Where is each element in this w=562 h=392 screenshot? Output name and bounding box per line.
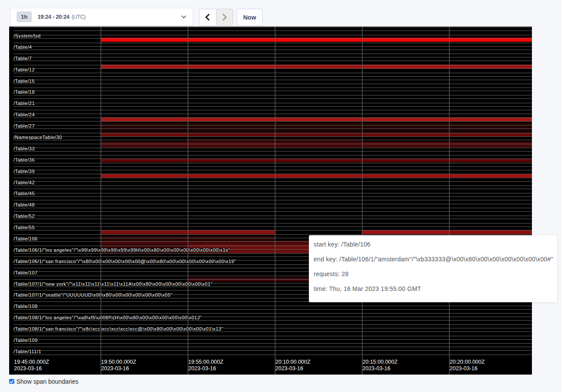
svg-text:/Table/24: /Table/24	[14, 112, 35, 117]
svg-text:/Table/106/1/"los angeles"/"\x: /Table/106/1/"los angeles"/"\x99\x99\x99…	[14, 247, 230, 253]
svg-text:2023-03-16: 2023-03-16	[188, 365, 216, 372]
svg-text:/Table/39: /Table/39	[14, 169, 35, 174]
svg-text:/Table/108/1/"san francisco"/": /Table/108/1/"san francisco"/"\x8c\xcc\x…	[14, 326, 223, 331]
svg-text:2023-03-16: 2023-03-16	[101, 365, 129, 372]
svg-text:19:45:00.000Z: 19:45:00.000Z	[14, 359, 49, 365]
svg-text:/Table/111/1: /Table/111/1	[14, 349, 41, 354]
svg-text:/Table/52: /Table/52	[14, 213, 35, 219]
svg-text:19:50:00.000Z: 19:50:00.000Z	[101, 359, 136, 365]
svg-text:/System/tsd: /System/tsd	[14, 33, 41, 38]
svg-text:/Table/12: /Table/12	[14, 67, 35, 72]
svg-text:2023-03-16: 2023-03-16	[362, 365, 390, 372]
svg-text:/Table/27: /Table/27	[14, 123, 35, 128]
svg-text:/Table/21: /Table/21	[14, 101, 35, 106]
svg-text:2023-03-16: 2023-03-16	[275, 365, 303, 372]
svg-text:/Table/106: /Table/106	[14, 236, 37, 241]
svg-text:/Table/7: /Table/7	[14, 56, 32, 61]
svg-text:20:10:00.000Z: 20:10:00.000Z	[275, 359, 311, 365]
svg-text:/Table/109: /Table/109	[14, 338, 37, 343]
svg-text:20:20:00.000Z: 20:20:00.000Z	[450, 359, 485, 365]
svg-text:/Table/108: /Table/108	[14, 304, 37, 309]
svg-text:/NamespaceTable/30: /NamespaceTable/30	[14, 135, 62, 140]
svg-text:/Table/18: /Table/18	[14, 89, 35, 95]
svg-text:/Table/55: /Table/55	[14, 225, 35, 230]
svg-text:/Table/36: /Table/36	[14, 157, 35, 162]
svg-text:/Table/108/1/"los angeles"/"\x: /Table/108/1/"los angeles"/"\xa8\xf5\u00…	[14, 315, 202, 320]
svg-text:/Table/45: /Table/45	[14, 191, 35, 196]
svg-text:/Table/42: /Table/42	[14, 180, 35, 185]
svg-text:2023-03-16: 2023-03-16	[14, 365, 42, 372]
svg-text:/Table/107/1/"seattle"/"UUUUUU: /Table/107/1/"seattle"/"UUUUUUD\x00\x80\…	[14, 292, 173, 297]
svg-text:/Table/33: /Table/33	[14, 146, 35, 151]
svg-text:19:55:00.000Z: 19:55:00.000Z	[188, 359, 223, 365]
svg-text:20:15:00.000Z: 20:15:00.000Z	[362, 359, 398, 365]
svg-text:/Table/107/1/"new york"/"\x11\: /Table/107/1/"new york"/"\x11\x11\x11\x1…	[14, 281, 213, 287]
svg-text:/Table/15: /Table/15	[14, 78, 35, 84]
svg-text:/Table/107: /Table/107	[14, 270, 37, 275]
svg-text:2023-03-16: 2023-03-16	[450, 365, 477, 372]
svg-text:/Table/4: /Table/4	[14, 44, 32, 50]
svg-text:/Table/48: /Table/48	[14, 202, 35, 207]
svg-text:/Table/106/1/"san francisco"/": /Table/106/1/"san francisco"/"\x80\x00\x…	[14, 259, 236, 264]
